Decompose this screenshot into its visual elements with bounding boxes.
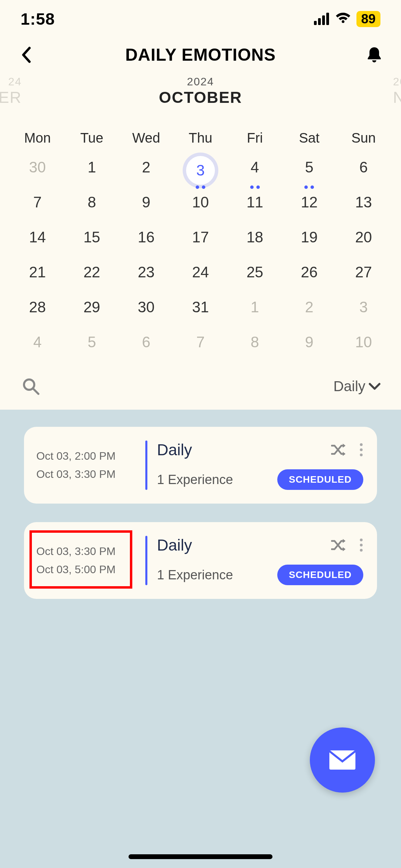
calendar-day[interactable]: 21: [10, 261, 65, 296]
event-body: Daily1 ExperienceSCHEDULED: [157, 536, 363, 585]
compose-button[interactable]: [310, 727, 375, 793]
calendar-day[interactable]: 14: [10, 226, 65, 261]
calendar-row: 45678910: [10, 331, 391, 366]
shuffle-icon[interactable]: [331, 539, 345, 551]
calendar-day[interactable]: 27: [336, 261, 391, 296]
day-number: 8: [251, 334, 259, 351]
svg-point-11: [360, 549, 363, 552]
more-icon[interactable]: [359, 443, 363, 457]
calendar-day[interactable]: 28: [10, 296, 65, 331]
event-card[interactable]: Oct 03, 3:30 PMOct 03, 5:00 PMDaily1 Exp…: [24, 522, 377, 599]
notifications-button[interactable]: [364, 45, 385, 65]
status-badge: SCHEDULED: [277, 469, 363, 490]
calendar-day[interactable]: 22: [65, 261, 119, 296]
calendar-day[interactable]: 25: [228, 261, 282, 296]
svg-point-7: [360, 448, 363, 451]
day-number: 1: [88, 159, 96, 176]
event-experience: 1 Experience: [157, 568, 233, 582]
svg-line-5: [33, 389, 38, 394]
weekday-label: Sat: [282, 130, 337, 156]
calendar-day[interactable]: 26: [282, 261, 337, 296]
calendar-day[interactable]: 11: [228, 191, 282, 226]
day-number: 19: [301, 229, 318, 246]
calendar-day[interactable]: 2: [282, 296, 337, 331]
day-number: 4: [33, 334, 41, 351]
calendar-day[interactable]: 16: [119, 226, 173, 261]
calendar-day[interactable]: 31: [173, 296, 228, 331]
month-scroller[interactable]: 24 EMBER 2024 OCTOBER 20 NOVE: [0, 75, 401, 117]
calendar-day[interactable]: 5: [65, 331, 119, 366]
next-month[interactable]: 20 NOVE: [393, 75, 401, 107]
calendar-day[interactable]: 7: [10, 191, 65, 226]
back-button[interactable]: [16, 45, 37, 65]
calendar-day[interactable]: 8: [65, 191, 119, 226]
calendar-day[interactable]: 4: [10, 331, 65, 366]
shuffle-icon[interactable]: [331, 444, 345, 456]
day-number: 26: [301, 264, 318, 281]
status-badge: SCHEDULED: [277, 565, 363, 585]
battery-badge: 89: [356, 11, 380, 27]
day-number: 20: [355, 229, 372, 246]
home-indicator: [129, 854, 272, 859]
calendar-day[interactable]: 10: [173, 191, 228, 226]
calendar-day[interactable]: 7: [173, 331, 228, 366]
day-number: 6: [360, 159, 368, 176]
calendar-day[interactable]: 5: [282, 156, 337, 191]
calendar-day[interactable]: 6: [119, 331, 173, 366]
calendar-day[interactable]: 17: [173, 226, 228, 261]
day-number: 22: [83, 264, 100, 281]
calendar-day[interactable]: 9: [282, 331, 337, 366]
calendar-day[interactable]: 9: [119, 191, 173, 226]
calendar-day[interactable]: 1: [228, 296, 282, 331]
calendar-day[interactable]: 19: [282, 226, 337, 261]
calendar-day[interactable]: 3: [336, 296, 391, 331]
calendar-day[interactable]: 24: [173, 261, 228, 296]
calendar-day[interactable]: 8: [228, 331, 282, 366]
calendar-row: 30123456: [10, 156, 391, 191]
calendar-day[interactable]: 30: [119, 296, 173, 331]
list-toolbar: Daily: [0, 369, 401, 410]
day-number: 6: [142, 334, 150, 351]
day-number: 25: [246, 264, 263, 281]
calendar-day[interactable]: 6: [336, 156, 391, 191]
day-number: 12: [301, 194, 318, 211]
weekday-label: Sun: [336, 130, 391, 156]
weekday-header: MonTueWedThuFriSatSun: [10, 130, 391, 156]
calendar-day[interactable]: 30: [10, 156, 65, 191]
event-dots: [304, 185, 314, 189]
svg-rect-0: [314, 21, 317, 25]
day-number: 3: [360, 299, 368, 316]
event-card[interactable]: Oct 03, 2:00 PMOct 03, 3:30 PMDaily1 Exp…: [24, 427, 377, 504]
day-number: 7: [33, 194, 41, 211]
day-number: 31: [192, 299, 209, 316]
svg-point-10: [360, 544, 363, 546]
calendar-day[interactable]: 4: [228, 156, 282, 191]
calendar-day[interactable]: 18: [228, 226, 282, 261]
calendar-row: 78910111213: [10, 191, 391, 226]
calendar-row: 28293031123: [10, 296, 391, 331]
calendar-day[interactable]: 2: [119, 156, 173, 191]
calendar-day[interactable]: 10: [336, 331, 391, 366]
calendar-day[interactable]: 3: [173, 156, 228, 191]
day-number: 5: [88, 334, 96, 351]
event-times: Oct 03, 3:30 PMOct 03, 5:00 PM: [35, 536, 136, 585]
day-number: 21: [29, 264, 46, 281]
search-button[interactable]: [21, 376, 41, 397]
calendar-day[interactable]: 23: [119, 261, 173, 296]
event-body: Daily1 ExperienceSCHEDULED: [157, 441, 363, 490]
prev-month[interactable]: 24 EMBER: [0, 75, 22, 107]
weekday-label: Wed: [119, 130, 173, 156]
svg-point-8: [360, 454, 363, 456]
calendar-day[interactable]: 13: [336, 191, 391, 226]
calendar-day[interactable]: 20: [336, 226, 391, 261]
calendar-day[interactable]: 1: [65, 156, 119, 191]
more-icon[interactable]: [359, 538, 363, 552]
view-selector[interactable]: Daily: [333, 378, 380, 395]
calendar-day[interactable]: 12: [282, 191, 337, 226]
day-number: 4: [251, 159, 259, 176]
event-title: Daily: [157, 441, 192, 459]
calendar-day[interactable]: 29: [65, 296, 119, 331]
svg-rect-1: [318, 18, 321, 25]
calendar-day[interactable]: 15: [65, 226, 119, 261]
svg-point-9: [360, 539, 363, 541]
